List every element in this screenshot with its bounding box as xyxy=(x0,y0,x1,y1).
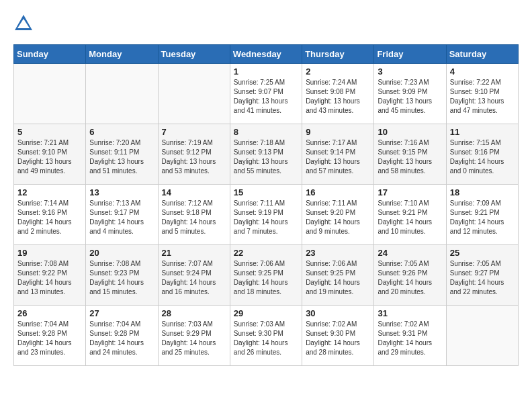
day-number: 5 xyxy=(17,127,82,137)
day-number: 12 xyxy=(17,187,82,197)
calendar-cell: 18Sunrise: 7:09 AMSunset: 9:21 PMDayligh… xyxy=(446,185,518,245)
day-number: 25 xyxy=(450,248,515,258)
calendar-cell xyxy=(446,306,518,366)
day-info: Sunrise: 7:15 AMSunset: 9:16 PMDaylight:… xyxy=(450,138,515,176)
logo xyxy=(13,13,36,34)
calendar-cell: 1Sunrise: 7:25 AMSunset: 9:07 PMDaylight… xyxy=(230,64,302,124)
week-row-3: 12Sunrise: 7:14 AMSunset: 9:16 PMDayligh… xyxy=(14,185,519,245)
day-info: Sunrise: 7:02 AMSunset: 9:30 PMDaylight:… xyxy=(306,320,370,357)
calendar-cell: 15Sunrise: 7:11 AMSunset: 9:19 PMDayligh… xyxy=(230,185,302,245)
day-number: 20 xyxy=(89,248,154,258)
calendar-cell: 29Sunrise: 7:03 AMSunset: 9:30 PMDayligh… xyxy=(230,306,302,366)
day-number: 8 xyxy=(234,127,298,137)
calendar-cell: 16Sunrise: 7:11 AMSunset: 9:20 PMDayligh… xyxy=(302,185,374,245)
day-info: Sunrise: 7:06 AMSunset: 9:25 PMDaylight:… xyxy=(306,259,370,297)
calendar-cell: 5Sunrise: 7:21 AMSunset: 9:10 PMDaylight… xyxy=(14,124,86,185)
day-number: 19 xyxy=(17,248,82,258)
day-header-tuesday: Tuesday xyxy=(158,45,230,64)
day-info: Sunrise: 7:08 AMSunset: 9:22 PMDaylight:… xyxy=(17,259,82,297)
day-number: 1 xyxy=(234,66,298,77)
calendar-cell: 19Sunrise: 7:08 AMSunset: 9:22 PMDayligh… xyxy=(14,245,86,306)
day-number: 7 xyxy=(162,127,226,137)
day-number: 22 xyxy=(234,248,298,258)
day-number: 31 xyxy=(378,308,442,318)
day-number: 24 xyxy=(378,248,442,258)
day-header-monday: Monday xyxy=(86,45,158,64)
day-number: 13 xyxy=(89,187,154,197)
calendar-cell: 25Sunrise: 7:05 AMSunset: 9:27 PMDayligh… xyxy=(446,245,518,306)
calendar-cell: 2Sunrise: 7:24 AMSunset: 9:08 PMDaylight… xyxy=(302,64,374,124)
day-number: 14 xyxy=(162,187,226,197)
day-info: Sunrise: 7:25 AMSunset: 9:07 PMDaylight:… xyxy=(234,78,298,116)
day-info: Sunrise: 7:23 AMSunset: 9:09 PMDaylight:… xyxy=(378,78,442,116)
day-info: Sunrise: 7:12 AMSunset: 9:18 PMDaylight:… xyxy=(162,199,226,236)
day-number: 6 xyxy=(89,127,154,137)
day-number: 26 xyxy=(17,308,82,318)
calendar-cell xyxy=(158,64,230,124)
day-info: Sunrise: 7:09 AMSunset: 9:21 PMDaylight:… xyxy=(450,199,515,236)
calendar-cell: 17Sunrise: 7:10 AMSunset: 9:21 PMDayligh… xyxy=(374,185,446,245)
calendar-cell: 3Sunrise: 7:23 AMSunset: 9:09 PMDaylight… xyxy=(374,64,446,124)
calendar-cell: 10Sunrise: 7:16 AMSunset: 9:15 PMDayligh… xyxy=(374,124,446,185)
day-number: 15 xyxy=(234,187,298,197)
day-info: Sunrise: 7:03 AMSunset: 9:29 PMDaylight:… xyxy=(162,320,226,357)
calendar-cell xyxy=(86,64,158,124)
day-header-friday: Friday xyxy=(374,45,446,64)
day-number: 21 xyxy=(162,248,226,258)
day-info: Sunrise: 7:24 AMSunset: 9:08 PMDaylight:… xyxy=(306,78,370,116)
day-number: 4 xyxy=(450,66,515,77)
calendar-cell: 21Sunrise: 7:07 AMSunset: 9:24 PMDayligh… xyxy=(158,245,230,306)
logo-icon xyxy=(13,13,34,34)
day-header-wednesday: Wednesday xyxy=(230,45,302,64)
calendar-cell: 11Sunrise: 7:15 AMSunset: 9:16 PMDayligh… xyxy=(446,124,518,185)
day-info: Sunrise: 7:22 AMSunset: 9:10 PMDaylight:… xyxy=(450,78,515,116)
day-number: 2 xyxy=(306,66,370,77)
header-row: SundayMondayTuesdayWednesdayThursdayFrid… xyxy=(14,45,519,64)
page-header xyxy=(13,13,519,34)
day-number: 29 xyxy=(234,308,298,318)
day-number: 28 xyxy=(162,308,226,318)
day-number: 11 xyxy=(450,127,515,137)
calendar-cell: 26Sunrise: 7:04 AMSunset: 9:28 PMDayligh… xyxy=(14,306,86,366)
calendar-cell: 4Sunrise: 7:22 AMSunset: 9:10 PMDaylight… xyxy=(446,64,518,124)
calendar-cell: 31Sunrise: 7:02 AMSunset: 9:31 PMDayligh… xyxy=(374,306,446,366)
calendar-cell: 30Sunrise: 7:02 AMSunset: 9:30 PMDayligh… xyxy=(302,306,374,366)
week-row-2: 5Sunrise: 7:21 AMSunset: 9:10 PMDaylight… xyxy=(14,124,519,185)
calendar-cell: 23Sunrise: 7:06 AMSunset: 9:25 PMDayligh… xyxy=(302,245,374,306)
day-info: Sunrise: 7:17 AMSunset: 9:14 PMDaylight:… xyxy=(306,138,370,176)
day-info: Sunrise: 7:14 AMSunset: 9:16 PMDaylight:… xyxy=(17,199,82,236)
calendar-cell xyxy=(14,64,86,124)
calendar-cell: 9Sunrise: 7:17 AMSunset: 9:14 PMDaylight… xyxy=(302,124,374,185)
day-number: 30 xyxy=(306,308,370,318)
day-info: Sunrise: 7:06 AMSunset: 9:25 PMDaylight:… xyxy=(234,259,298,297)
day-info: Sunrise: 7:21 AMSunset: 9:10 PMDaylight:… xyxy=(17,138,82,176)
day-info: Sunrise: 7:13 AMSunset: 9:17 PMDaylight:… xyxy=(89,199,154,236)
day-info: Sunrise: 7:08 AMSunset: 9:23 PMDaylight:… xyxy=(89,259,154,297)
calendar-cell: 27Sunrise: 7:04 AMSunset: 9:28 PMDayligh… xyxy=(86,306,158,366)
day-info: Sunrise: 7:05 AMSunset: 9:27 PMDaylight:… xyxy=(450,259,515,297)
day-number: 9 xyxy=(306,127,370,137)
day-info: Sunrise: 7:04 AMSunset: 9:28 PMDaylight:… xyxy=(17,320,82,357)
week-row-5: 26Sunrise: 7:04 AMSunset: 9:28 PMDayligh… xyxy=(14,306,519,366)
day-info: Sunrise: 7:19 AMSunset: 9:12 PMDaylight:… xyxy=(162,138,226,176)
calendar-cell: 13Sunrise: 7:13 AMSunset: 9:17 PMDayligh… xyxy=(86,185,158,245)
day-number: 10 xyxy=(378,127,442,137)
day-number: 16 xyxy=(306,187,370,197)
day-info: Sunrise: 7:04 AMSunset: 9:28 PMDaylight:… xyxy=(89,320,154,357)
day-header-thursday: Thursday xyxy=(302,45,374,64)
day-info: Sunrise: 7:05 AMSunset: 9:26 PMDaylight:… xyxy=(378,259,442,297)
calendar-cell: 14Sunrise: 7:12 AMSunset: 9:18 PMDayligh… xyxy=(158,185,230,245)
calendar-cell: 7Sunrise: 7:19 AMSunset: 9:12 PMDaylight… xyxy=(158,124,230,185)
day-info: Sunrise: 7:02 AMSunset: 9:31 PMDaylight:… xyxy=(378,320,442,357)
week-row-1: 1Sunrise: 7:25 AMSunset: 9:07 PMDaylight… xyxy=(14,64,519,124)
day-number: 3 xyxy=(378,66,442,77)
calendar-cell: 6Sunrise: 7:20 AMSunset: 9:11 PMDaylight… xyxy=(86,124,158,185)
calendar-cell: 12Sunrise: 7:14 AMSunset: 9:16 PMDayligh… xyxy=(14,185,86,245)
day-header-sunday: Sunday xyxy=(14,45,86,64)
day-number: 23 xyxy=(306,248,370,258)
calendar-cell: 24Sunrise: 7:05 AMSunset: 9:26 PMDayligh… xyxy=(374,245,446,306)
day-info: Sunrise: 7:11 AMSunset: 9:19 PMDaylight:… xyxy=(234,199,298,236)
day-info: Sunrise: 7:18 AMSunset: 9:13 PMDaylight:… xyxy=(234,138,298,176)
day-header-saturday: Saturday xyxy=(446,45,518,64)
day-info: Sunrise: 7:10 AMSunset: 9:21 PMDaylight:… xyxy=(378,199,442,236)
